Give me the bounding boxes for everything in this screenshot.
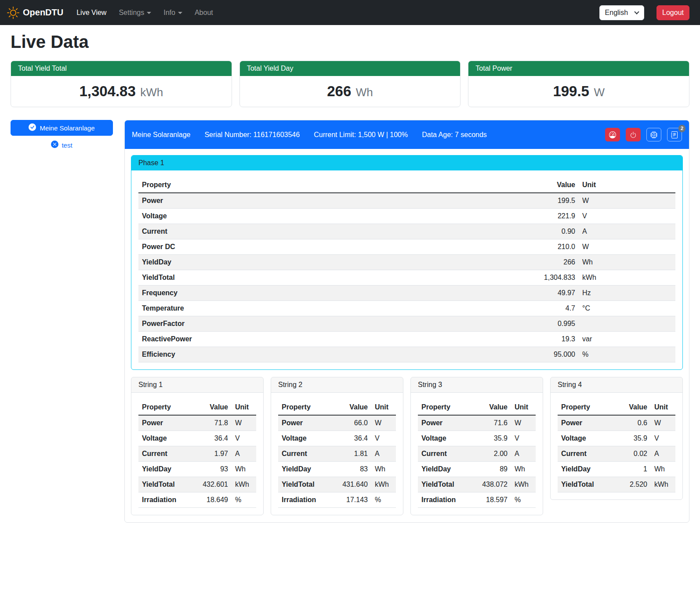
brand[interactable]: OpenDTU [7, 7, 63, 19]
property-cell: Current [558, 446, 614, 462]
unit-cell: V [371, 431, 396, 446]
unit-cell: W [511, 415, 536, 431]
table-row: Current1.81A [278, 446, 396, 462]
table-header-row: Property Value Unit [138, 177, 675, 193]
table-row: ReactivePower19.3var [138, 332, 675, 347]
sidebar-item-meine-solaranlage[interactable]: Meine Solaranlage [11, 120, 113, 136]
property-cell: Power [278, 415, 334, 431]
value-cell: 0.995 [513, 316, 579, 332]
value-cell: 36.4 [195, 431, 232, 446]
dropdown-caret-icon [178, 12, 182, 14]
nav-label: About [195, 9, 213, 17]
property-cell: YieldTotal [138, 477, 195, 492]
property-cell: Current [138, 224, 513, 239]
value-cell: 18.649 [195, 492, 232, 508]
value-cell: 2.520 [614, 477, 651, 492]
value-cell: 0.90 [513, 224, 579, 239]
summary-card-total-power: Total Power 199.5 W [468, 61, 689, 107]
inverter-serial: Serial Number: 116171603546 [204, 131, 300, 139]
property-cell: Power [138, 193, 513, 209]
table-header-row: Property Value Unit [418, 400, 536, 415]
property-cell: PowerFactor [138, 316, 513, 332]
unit-cell: Wh [651, 462, 675, 477]
nav-live-view[interactable]: Live View [70, 5, 112, 20]
string-card-title: String 2 [271, 377, 403, 393]
device-info-button[interactable] [646, 128, 661, 141]
strings-row: String 1 Property Value Unit Power71.8WV… [131, 377, 683, 515]
property-cell: Voltage [138, 431, 195, 446]
property-cell: Current [138, 446, 195, 462]
unit-cell: A [651, 446, 675, 462]
cpu-icon [650, 131, 657, 138]
sidebar-item-test[interactable]: test [11, 141, 113, 149]
value-cell: 35.9 [614, 431, 651, 446]
unit-cell: W [232, 415, 256, 431]
property-cell: Irradiation [138, 492, 195, 508]
sun-icon [7, 7, 19, 19]
value-cell: 4.7 [513, 301, 579, 316]
table-row: YieldDay83Wh [278, 462, 396, 477]
property-cell: Irradiation [418, 492, 474, 508]
main-row: Meine Solaranlage test Meine Solaranlage… [11, 120, 689, 535]
event-log-button[interactable]: 2 [667, 128, 682, 141]
property-cell: YieldDay [138, 255, 513, 270]
table-row: Frequency49.97Hz [138, 286, 675, 301]
value-cell: 71.6 [474, 415, 511, 431]
unit-cell: °C [579, 301, 675, 316]
table-row: Power199.5W [138, 193, 675, 209]
column-header-property: Property [138, 177, 513, 193]
property-cell: YieldDay [138, 462, 195, 477]
inverter-panel-header: Meine Solaranlage Serial Number: 1161716… [125, 120, 689, 149]
property-cell: Current [278, 446, 334, 462]
unit-cell: W [371, 415, 396, 431]
summary-card-unit: Wh [356, 86, 373, 99]
value-cell: 36.4 [334, 431, 371, 446]
logout-button[interactable]: Logout [656, 5, 689, 20]
table-row: Current1.97A [138, 446, 256, 462]
string-card: String 4 Property Value Unit Power0.6WVo… [550, 377, 683, 500]
power-button[interactable] [626, 128, 641, 141]
string-card-body: Property Value Unit Power71.8WVoltage36.… [131, 393, 263, 515]
unit-cell: % [232, 492, 256, 508]
speedometer-icon [609, 131, 616, 138]
column-header-unit: Unit [579, 177, 675, 193]
value-cell: 83 [334, 462, 371, 477]
value-cell: 35.9 [474, 431, 511, 446]
nav-settings[interactable]: Settings [112, 5, 157, 20]
nav-about[interactable]: About [189, 5, 219, 20]
table-row: Voltage35.9V [558, 431, 675, 446]
dropdown-caret-icon [147, 12, 151, 14]
value-cell: 1,304.833 [513, 270, 579, 286]
summary-card-title: Total Yield Day [240, 61, 461, 76]
string-table-body: Power66.0WVoltage36.4VCurrent1.81AYieldD… [278, 415, 396, 508]
table-row: Voltage36.4V [138, 431, 256, 446]
nav-info[interactable]: Info [157, 5, 189, 20]
value-cell: 95.000 [513, 347, 579, 362]
nav-links: Live View Settings Info About [70, 5, 219, 20]
string-table-body: Power71.6WVoltage35.9VCurrent2.00AYieldD… [418, 415, 536, 508]
string-table-body: Power0.6WVoltage35.9VCurrent0.02AYieldDa… [558, 415, 675, 492]
table-row: PowerFactor0.995 [138, 316, 675, 332]
phase-table-body: Power199.5WVoltage221.9VCurrent0.90APowe… [138, 193, 675, 362]
value-cell: 1.97 [195, 446, 232, 462]
column-header-property: Property [558, 400, 614, 415]
table-row: Efficiency95.000% [138, 347, 675, 362]
property-cell: YieldTotal [278, 477, 334, 492]
column-header-unit: Unit [371, 400, 396, 415]
language-select[interactable]: English [599, 5, 644, 20]
nav-label: Info [163, 9, 175, 17]
table-row: YieldTotal432.601kWh [138, 477, 256, 492]
unit-cell: V [511, 431, 536, 446]
column-header-value: Value [334, 400, 371, 415]
column-header-property: Property [418, 400, 474, 415]
summary-card-total-yield-total: Total Yield Total 1,304.83 kWh [11, 61, 232, 107]
summary-card-unit: kWh [140, 86, 163, 99]
table-row: YieldTotal438.072kWh [418, 477, 536, 492]
limit-settings-button[interactable] [605, 128, 620, 141]
column-header-property: Property [278, 400, 334, 415]
property-cell: Voltage [418, 431, 474, 446]
unit-cell: W [579, 239, 675, 255]
value-cell: 49.97 [513, 286, 579, 301]
event-count-badge: 2 [678, 125, 685, 132]
property-cell: YieldTotal [418, 477, 474, 492]
